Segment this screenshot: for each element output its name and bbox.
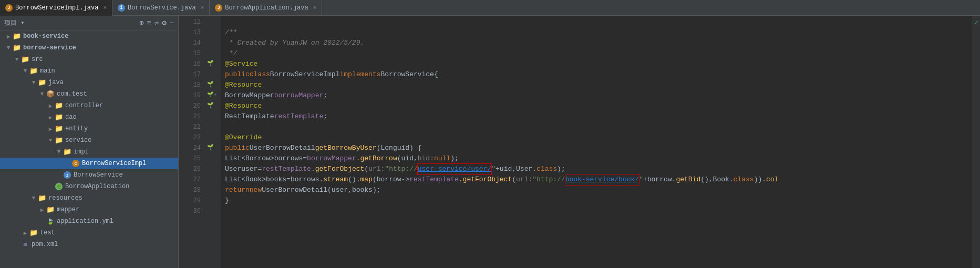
- tree-label-book-service: book-service: [23, 33, 68, 40]
- editor-gutter: 🌱 🌱 🌱⚡ 🌱 🌱: [205, 16, 221, 268]
- tree-item-service[interactable]: ▼ 📁 service: [0, 135, 178, 146]
- folder-icon-resources: 📁: [38, 194, 46, 202]
- code-line-14: * Created by YuanJW on 2022/5/29.: [225, 38, 972, 48]
- tree-item-BorrowServiceImpl[interactable]: ▶ C BorrowServiceImpl: [0, 158, 178, 169]
- tree-item-com-test[interactable]: ▼ 📦 com.test: [0, 88, 178, 100]
- tree-label-application-yml: application.yml: [57, 218, 114, 225]
- folder-icon-impl: 📁: [63, 148, 71, 156]
- tab-label-borrowapplication: BorrowApplication.java: [225, 4, 308, 12]
- tree-label-controller: controller: [65, 102, 103, 109]
- add-icon[interactable]: ⊕: [139, 18, 143, 27]
- code-line-23: @Override: [225, 132, 972, 143]
- folder-icon-test: 📁: [29, 229, 38, 237]
- tree-label-entity: entity: [65, 125, 88, 132]
- tree-label-impl: impl: [74, 148, 89, 156]
- code-line-20: @Resource: [225, 101, 972, 111]
- tree-item-mapper[interactable]: ▶ 📁 mapper: [0, 204, 178, 215]
- tab-bar: J BorrowServiceImpl.java × i BorrowServi…: [0, 0, 980, 16]
- folder-icon-java: 📁: [38, 78, 46, 87]
- sidebar: 项目 ▾ ⊕ ≡ ⇌ ⚙ − ▶ 📁 book-service ▼ 📁 borr…: [0, 16, 179, 268]
- tree-item-main[interactable]: ▼ 📁 main: [0, 65, 178, 77]
- tree-arrow-book-service: ▶: [4, 33, 13, 40]
- minimize-icon[interactable]: −: [170, 19, 174, 27]
- package-icon-com-test: 📦: [46, 90, 55, 98]
- tree-item-borrow-service[interactable]: ▼ 📁 borrow-service: [0, 42, 178, 54]
- tree-item-resources[interactable]: ▼ 📁 resources: [0, 192, 178, 204]
- tab-borrowserviceimpl[interactable]: J BorrowServiceImpl.java ×: [0, 0, 112, 16]
- editor: 12 13 14 15 16 17 18 19 20 21 22 23 24 2…: [179, 16, 980, 268]
- tree-arrow-impl: ▼: [55, 149, 63, 155]
- right-gutter: ✓: [972, 16, 980, 268]
- tree-item-java[interactable]: ▼ 📁 java: [0, 77, 178, 88]
- tree-item-entity[interactable]: ▶ 📁 entity: [0, 123, 178, 135]
- folder-icon-entity: 📁: [55, 125, 63, 133]
- tab-close-borrowservice[interactable]: ×: [201, 5, 204, 11]
- tree-item-test[interactable]: ▶ 📁 test: [0, 227, 178, 239]
- tree-arrow-java: ▼: [29, 79, 38, 86]
- tree-label-borrowapplication-file: BorrowApplication: [65, 183, 129, 190]
- tab-icon-borrowservice: i: [118, 4, 125, 12]
- main-content: 项目 ▾ ⊕ ≡ ⇌ ⚙ − ▶ 📁 book-service ▼ 📁 borr…: [0, 16, 980, 268]
- tree-label-mapper: mapper: [57, 206, 79, 213]
- tree-arrow-dao: ▶: [46, 114, 55, 121]
- folder-icon-book-service: 📁: [13, 32, 21, 40]
- tab-label-borrowserviceimpl: BorrowServiceImpl.java: [15, 4, 98, 12]
- tab-icon-borrowapplication: J: [215, 4, 222, 12]
- tree-arrow-service: ▼: [46, 137, 55, 143]
- tree-label-dao: dao: [65, 114, 77, 121]
- folder-icon-mapper: 📁: [46, 205, 55, 214]
- expand-icon[interactable]: ⇌: [154, 18, 159, 27]
- tab-borrowservice[interactable]: i BorrowService.java ×: [112, 0, 210, 16]
- line-numbers: 12 13 14 15 16 17 18 19 20 21 22 23 24 2…: [179, 16, 205, 268]
- tree-arrow-controller: ▶: [46, 102, 55, 109]
- tree-item-BorrowService[interactable]: ▶ I BorrowService: [0, 169, 178, 181]
- code-line-12: [225, 17, 972, 27]
- tree-label-service: service: [65, 137, 91, 144]
- code-line-28: return new UserBorrowDetail(user, books)…: [225, 185, 972, 195]
- tree-item-src[interactable]: ▼ 📁 src: [0, 54, 178, 65]
- tree-label-com-test: com.test: [57, 90, 87, 98]
- tree-arrow-main: ▼: [21, 68, 29, 74]
- settings-icon[interactable]: ⚙: [162, 18, 166, 27]
- tab-close-borrowserviceimpl[interactable]: ×: [103, 5, 107, 11]
- tree-label-test: test: [40, 229, 55, 236]
- code-line-13: /**: [225, 27, 972, 38]
- code-content[interactable]: /** * Created by YuanJW on 2022/5/29. */…: [221, 16, 972, 268]
- tree-item-BorrowApplication[interactable]: ▶ 🌿 BorrowApplication: [0, 181, 178, 192]
- tree-item-book-service[interactable]: ▶ 📁 book-service: [0, 30, 178, 42]
- code-line-24: public UserBorrowDetail getBorrowByUser(…: [225, 143, 972, 153]
- pom-icon: m: [21, 240, 29, 249]
- code-line-26: User user = restTemplate.getForObject( u…: [225, 164, 972, 174]
- tree-item-impl[interactable]: ▼ 📁 impl: [0, 146, 178, 158]
- tree-label-resources: resources: [48, 194, 82, 202]
- tab-borrowapplication[interactable]: J BorrowApplication.java ×: [210, 0, 322, 16]
- folder-icon-main: 📁: [29, 67, 38, 75]
- tree-label-borrowservice-file: BorrowService: [74, 171, 123, 179]
- code-line-16: @Service: [225, 59, 972, 69]
- tree-label-borrow-service: borrow-service: [23, 44, 76, 51]
- tab-icon-borrowserviceimpl: J: [5, 4, 13, 12]
- tree-label-java: java: [48, 79, 64, 86]
- tree-arrow-src: ▼: [13, 56, 21, 63]
- tree-item-pom-xml[interactable]: ▶ m pom.xml: [0, 239, 178, 250]
- folder-icon-dao: 📁: [55, 113, 63, 121]
- list-icon[interactable]: ≡: [147, 19, 151, 27]
- folder-icon-controller: 📁: [55, 101, 63, 110]
- tree-arrow-test: ▶: [21, 230, 29, 236]
- sidebar-title: 项目 ▾: [4, 18, 136, 27]
- code-line-22: [225, 122, 972, 132]
- code-line-25: List<Borrow> borrows = borrowMapper.getB…: [225, 153, 972, 164]
- tree-arrow-entity: ▶: [46, 126, 55, 132]
- tree-label-src: src: [32, 56, 43, 63]
- code-line-29: }: [225, 195, 972, 206]
- tree-arrow-resources: ▼: [29, 195, 38, 201]
- spring-icon-borrowapplication: 🌿: [55, 182, 63, 191]
- tab-close-borrowapplication[interactable]: ×: [313, 5, 317, 11]
- sidebar-header: 项目 ▾ ⊕ ≡ ⇌ ⚙ −: [0, 16, 178, 30]
- folder-icon-src: 📁: [21, 55, 29, 64]
- tree-item-controller[interactable]: ▶ 📁 controller: [0, 100, 178, 111]
- tree-item-dao[interactable]: ▶ 📁 dao: [0, 111, 178, 123]
- java-class-icon-borrowserviceimpl: C: [71, 159, 80, 168]
- tree-arrow-com-test: ▼: [38, 91, 46, 97]
- tree-item-application-yml[interactable]: ▶ 🍃 application.yml: [0, 215, 178, 227]
